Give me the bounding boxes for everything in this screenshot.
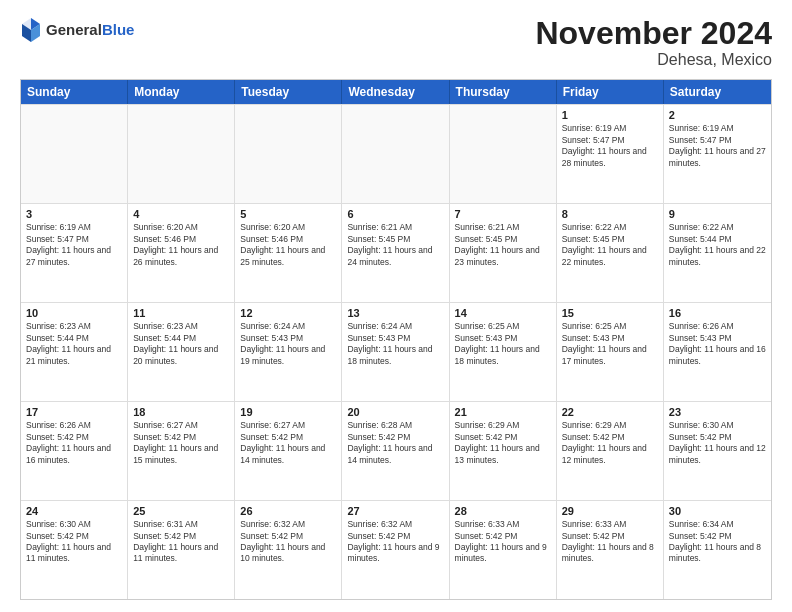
- page: GeneralBlue November 2024 Dehesa, Mexico…: [0, 0, 792, 612]
- calendar-cell: 3Sunrise: 6:19 AMSunset: 5:47 PMDaylight…: [21, 204, 128, 302]
- day-info: Sunrise: 6:33 AMSunset: 5:42 PMDaylight:…: [455, 519, 551, 565]
- calendar-cell: 1Sunrise: 6:19 AMSunset: 5:47 PMDaylight…: [557, 105, 664, 203]
- day-info: Sunrise: 6:29 AMSunset: 5:42 PMDaylight:…: [455, 420, 551, 466]
- calendar-cell: 11Sunrise: 6:23 AMSunset: 5:44 PMDayligh…: [128, 303, 235, 401]
- day-number: 19: [240, 406, 336, 418]
- calendar-cell: 7Sunrise: 6:21 AMSunset: 5:45 PMDaylight…: [450, 204, 557, 302]
- day-number: 5: [240, 208, 336, 220]
- day-info: Sunrise: 6:27 AMSunset: 5:42 PMDaylight:…: [133, 420, 229, 466]
- day-info: Sunrise: 6:26 AMSunset: 5:42 PMDaylight:…: [26, 420, 122, 466]
- day-number: 26: [240, 505, 336, 517]
- header-day-monday: Monday: [128, 80, 235, 104]
- month-title: November 2024: [535, 16, 772, 51]
- logo: GeneralBlue: [20, 16, 134, 44]
- calendar-cell: 8Sunrise: 6:22 AMSunset: 5:45 PMDaylight…: [557, 204, 664, 302]
- calendar-row: 1Sunrise: 6:19 AMSunset: 5:47 PMDaylight…: [21, 104, 771, 203]
- calendar-cell: [450, 105, 557, 203]
- header: GeneralBlue November 2024 Dehesa, Mexico: [20, 16, 772, 69]
- calendar-cell: [128, 105, 235, 203]
- day-info: Sunrise: 6:21 AMSunset: 5:45 PMDaylight:…: [455, 222, 551, 268]
- day-info: Sunrise: 6:22 AMSunset: 5:44 PMDaylight:…: [669, 222, 766, 268]
- calendar-cell: 24Sunrise: 6:30 AMSunset: 5:42 PMDayligh…: [21, 501, 128, 599]
- day-info: Sunrise: 6:25 AMSunset: 5:43 PMDaylight:…: [562, 321, 658, 367]
- day-info: Sunrise: 6:19 AMSunset: 5:47 PMDaylight:…: [26, 222, 122, 268]
- day-info: Sunrise: 6:32 AMSunset: 5:42 PMDaylight:…: [240, 519, 336, 565]
- calendar-cell: 20Sunrise: 6:28 AMSunset: 5:42 PMDayligh…: [342, 402, 449, 500]
- day-number: 14: [455, 307, 551, 319]
- day-number: 21: [455, 406, 551, 418]
- calendar-cell: 13Sunrise: 6:24 AMSunset: 5:43 PMDayligh…: [342, 303, 449, 401]
- day-number: 18: [133, 406, 229, 418]
- day-number: 10: [26, 307, 122, 319]
- day-info: Sunrise: 6:20 AMSunset: 5:46 PMDaylight:…: [133, 222, 229, 268]
- day-number: 8: [562, 208, 658, 220]
- day-info: Sunrise: 6:33 AMSunset: 5:42 PMDaylight:…: [562, 519, 658, 565]
- day-number: 23: [669, 406, 766, 418]
- day-number: 4: [133, 208, 229, 220]
- calendar-header: SundayMondayTuesdayWednesdayThursdayFrid…: [21, 80, 771, 104]
- day-number: 2: [669, 109, 766, 121]
- calendar-body: 1Sunrise: 6:19 AMSunset: 5:47 PMDaylight…: [21, 104, 771, 599]
- day-info: Sunrise: 6:26 AMSunset: 5:43 PMDaylight:…: [669, 321, 766, 367]
- day-info: Sunrise: 6:28 AMSunset: 5:42 PMDaylight:…: [347, 420, 443, 466]
- day-number: 22: [562, 406, 658, 418]
- day-number: 27: [347, 505, 443, 517]
- day-info: Sunrise: 6:23 AMSunset: 5:44 PMDaylight:…: [26, 321, 122, 367]
- day-info: Sunrise: 6:29 AMSunset: 5:42 PMDaylight:…: [562, 420, 658, 466]
- day-info: Sunrise: 6:21 AMSunset: 5:45 PMDaylight:…: [347, 222, 443, 268]
- day-number: 30: [669, 505, 766, 517]
- calendar-cell: 22Sunrise: 6:29 AMSunset: 5:42 PMDayligh…: [557, 402, 664, 500]
- calendar-cell: 29Sunrise: 6:33 AMSunset: 5:42 PMDayligh…: [557, 501, 664, 599]
- calendar-cell: 17Sunrise: 6:26 AMSunset: 5:42 PMDayligh…: [21, 402, 128, 500]
- day-number: 6: [347, 208, 443, 220]
- day-info: Sunrise: 6:19 AMSunset: 5:47 PMDaylight:…: [562, 123, 658, 169]
- day-number: 17: [26, 406, 122, 418]
- day-info: Sunrise: 6:19 AMSunset: 5:47 PMDaylight:…: [669, 123, 766, 169]
- day-number: 1: [562, 109, 658, 121]
- day-number: 28: [455, 505, 551, 517]
- day-number: 20: [347, 406, 443, 418]
- calendar-cell: 2Sunrise: 6:19 AMSunset: 5:47 PMDaylight…: [664, 105, 771, 203]
- day-info: Sunrise: 6:25 AMSunset: 5:43 PMDaylight:…: [455, 321, 551, 367]
- calendar-cell: 10Sunrise: 6:23 AMSunset: 5:44 PMDayligh…: [21, 303, 128, 401]
- day-info: Sunrise: 6:34 AMSunset: 5:42 PMDaylight:…: [669, 519, 766, 565]
- calendar-cell: [21, 105, 128, 203]
- day-number: 24: [26, 505, 122, 517]
- calendar: SundayMondayTuesdayWednesdayThursdayFrid…: [20, 79, 772, 600]
- calendar-cell: 5Sunrise: 6:20 AMSunset: 5:46 PMDaylight…: [235, 204, 342, 302]
- day-info: Sunrise: 6:30 AMSunset: 5:42 PMDaylight:…: [26, 519, 122, 565]
- day-number: 25: [133, 505, 229, 517]
- day-info: Sunrise: 6:23 AMSunset: 5:44 PMDaylight:…: [133, 321, 229, 367]
- calendar-cell: 15Sunrise: 6:25 AMSunset: 5:43 PMDayligh…: [557, 303, 664, 401]
- logo-general: General: [46, 21, 102, 38]
- calendar-cell: 23Sunrise: 6:30 AMSunset: 5:42 PMDayligh…: [664, 402, 771, 500]
- day-number: 9: [669, 208, 766, 220]
- calendar-cell: 27Sunrise: 6:32 AMSunset: 5:42 PMDayligh…: [342, 501, 449, 599]
- calendar-cell: 19Sunrise: 6:27 AMSunset: 5:42 PMDayligh…: [235, 402, 342, 500]
- day-info: Sunrise: 6:31 AMSunset: 5:42 PMDaylight:…: [133, 519, 229, 565]
- day-number: 3: [26, 208, 122, 220]
- calendar-row: 17Sunrise: 6:26 AMSunset: 5:42 PMDayligh…: [21, 401, 771, 500]
- day-info: Sunrise: 6:30 AMSunset: 5:42 PMDaylight:…: [669, 420, 766, 466]
- day-number: 15: [562, 307, 658, 319]
- calendar-cell: 26Sunrise: 6:32 AMSunset: 5:42 PMDayligh…: [235, 501, 342, 599]
- day-info: Sunrise: 6:24 AMSunset: 5:43 PMDaylight:…: [240, 321, 336, 367]
- calendar-cell: 9Sunrise: 6:22 AMSunset: 5:44 PMDaylight…: [664, 204, 771, 302]
- logo-blue: Blue: [102, 21, 135, 38]
- logo-text: GeneralBlue: [46, 22, 134, 39]
- day-info: Sunrise: 6:24 AMSunset: 5:43 PMDaylight:…: [347, 321, 443, 367]
- calendar-row: 3Sunrise: 6:19 AMSunset: 5:47 PMDaylight…: [21, 203, 771, 302]
- title-block: November 2024 Dehesa, Mexico: [535, 16, 772, 69]
- calendar-cell: 28Sunrise: 6:33 AMSunset: 5:42 PMDayligh…: [450, 501, 557, 599]
- calendar-cell: [342, 105, 449, 203]
- header-day-wednesday: Wednesday: [342, 80, 449, 104]
- calendar-cell: 4Sunrise: 6:20 AMSunset: 5:46 PMDaylight…: [128, 204, 235, 302]
- calendar-cell: 18Sunrise: 6:27 AMSunset: 5:42 PMDayligh…: [128, 402, 235, 500]
- location: Dehesa, Mexico: [535, 51, 772, 69]
- calendar-cell: [235, 105, 342, 203]
- calendar-cell: 6Sunrise: 6:21 AMSunset: 5:45 PMDaylight…: [342, 204, 449, 302]
- day-info: Sunrise: 6:32 AMSunset: 5:42 PMDaylight:…: [347, 519, 443, 565]
- calendar-cell: 30Sunrise: 6:34 AMSunset: 5:42 PMDayligh…: [664, 501, 771, 599]
- day-info: Sunrise: 6:27 AMSunset: 5:42 PMDaylight:…: [240, 420, 336, 466]
- calendar-cell: 21Sunrise: 6:29 AMSunset: 5:42 PMDayligh…: [450, 402, 557, 500]
